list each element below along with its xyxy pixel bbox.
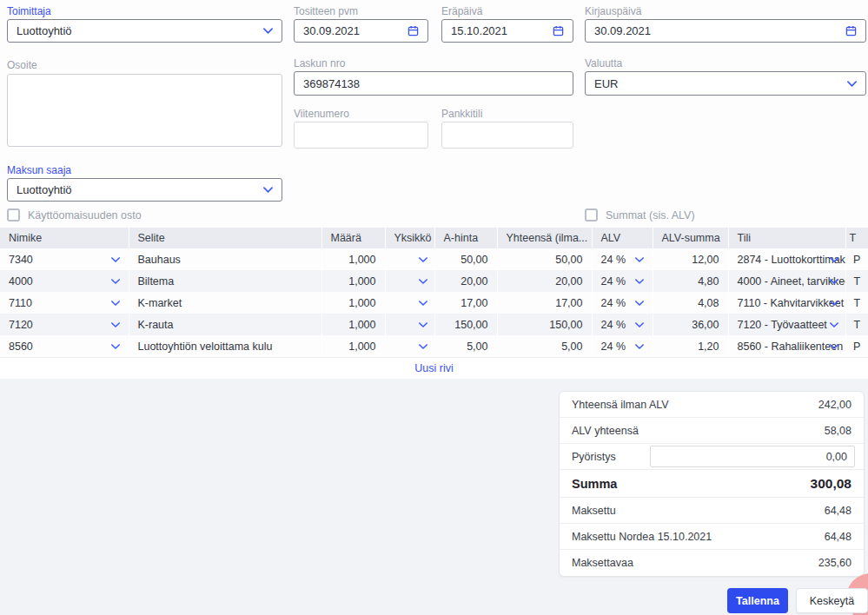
col-header-alv-summa[interactable]: ALV-summa <box>653 228 728 248</box>
cancel-button[interactable]: Keskeytä <box>796 588 868 613</box>
nimike-value: 7340 <box>9 254 33 266</box>
payable-value: 235,60 <box>818 557 851 569</box>
nimike-select[interactable]: 7110 <box>0 292 129 314</box>
alv-select[interactable]: 24 % <box>592 292 653 314</box>
save-button[interactable]: Tallenna <box>727 588 788 613</box>
maara-cell[interactable]: 1,000 <box>321 335 385 357</box>
selite-cell[interactable]: K-market <box>129 292 321 314</box>
rounding-input[interactable] <box>650 446 855 467</box>
col-header-alv[interactable]: ALV <box>592 228 653 248</box>
tili-select[interactable]: 4000 - Aineet, tarvikkeet <box>728 270 845 292</box>
nimike-value: 8560 <box>9 341 33 353</box>
alv-summa-cell[interactable]: 1,20 <box>653 335 728 357</box>
selite-cell[interactable]: Biltema <box>129 270 321 292</box>
yhteensa-cell[interactable]: 50,00 <box>497 248 592 270</box>
col-header-nimike[interactable]: Nimike <box>0 228 129 248</box>
selite-cell[interactable]: Luottoyhtiön veloittama kulu <box>129 335 321 357</box>
maara-cell[interactable]: 1,000 <box>321 292 385 314</box>
a-hinta-cell[interactable]: 5,00 <box>434 335 497 357</box>
document-date-value: 30.09.2021 <box>303 24 401 37</box>
bank-account-input[interactable] <box>451 129 564 142</box>
supplier-select[interactable]: Luottoyhtiö <box>7 19 282 43</box>
nimike-select[interactable]: 4000 <box>0 270 129 292</box>
alv-value: 24 % <box>601 341 626 353</box>
alv-summa-cell[interactable]: 4,80 <box>653 270 728 292</box>
type-cell[interactable]: T <box>845 314 868 335</box>
yhteensa-cell[interactable]: 150,00 <box>497 314 592 335</box>
col-header-t[interactable]: T <box>845 228 868 248</box>
calendar-icon[interactable] <box>407 25 419 36</box>
yhteensa-cell[interactable]: 5,00 <box>497 335 592 357</box>
table-row: 7340 Bauhaus 1,000 50,00 50,00 24 % 12,0… <box>0 248 868 270</box>
tili-select[interactable]: 7110 - Kahvitarvikkeet <box>728 292 845 314</box>
col-header-yksikko[interactable]: Yksikkö <box>385 228 434 248</box>
tili-select[interactable]: 7120 - Työvaatteet <box>728 314 845 335</box>
supplier-label[interactable]: Toimittaja <box>7 5 51 17</box>
fixed-asset-checkbox[interactable] <box>7 208 20 222</box>
alv-select[interactable]: 24 % <box>592 270 653 292</box>
maara-cell[interactable]: 1,000 <box>321 314 385 335</box>
yksikko-select[interactable] <box>385 314 434 335</box>
reference-number-label: Viitenumero <box>294 108 349 120</box>
yksikko-select[interactable] <box>385 270 434 292</box>
rounding-label: Pyöristys <box>572 451 650 463</box>
due-date-input[interactable]: 15.10.2021 <box>441 19 573 43</box>
currency-select[interactable]: EUR <box>585 71 866 96</box>
col-header-yhteensa[interactable]: Yhteensä (ilma... <box>497 228 592 248</box>
type-cell[interactable]: T <box>845 270 868 292</box>
yhteensa-cell[interactable]: 20,00 <box>497 270 592 292</box>
address-textarea[interactable] <box>7 74 282 147</box>
type-cell[interactable]: P <box>845 335 868 357</box>
due-date-value: 15.10.2021 <box>451 24 546 37</box>
invoice-number-input[interactable] <box>303 77 564 90</box>
reference-number-input[interactable] <box>303 129 419 142</box>
invoice-lines-table: Nimike Selite Määrä Yksikkö A-hinta Yhte… <box>0 228 868 357</box>
col-header-maara[interactable]: Määrä <box>321 228 385 248</box>
document-date-input[interactable]: 30.09.2021 <box>294 19 428 43</box>
alv-summa-cell[interactable]: 12,00 <box>653 248 728 270</box>
calendar-icon[interactable] <box>553 25 564 36</box>
alv-select[interactable]: 24 % <box>592 248 653 270</box>
selite-cell[interactable]: K-rauta <box>129 314 321 335</box>
type-cell[interactable]: P <box>845 248 868 270</box>
alv-summa-cell[interactable]: 4,08 <box>653 292 728 314</box>
yksikko-select[interactable] <box>385 335 434 357</box>
due-date-label: Eräpäivä <box>441 5 482 17</box>
yksikko-select[interactable] <box>385 248 434 270</box>
nimike-select[interactable]: 7340 <box>0 248 129 270</box>
yhteensa-cell[interactable]: 17,00 <box>497 292 592 314</box>
sums-incl-vat-checkbox[interactable] <box>585 208 598 222</box>
alv-select[interactable]: 24 % <box>592 335 653 357</box>
selite-cell[interactable]: Bauhaus <box>129 248 321 270</box>
nimike-select[interactable]: 8560 <box>0 335 129 357</box>
address-label: Osoite <box>7 59 37 71</box>
type-cell[interactable]: T <box>845 292 868 314</box>
entry-date-input[interactable]: 30.09.2021 <box>585 19 866 43</box>
col-header-selite[interactable]: Selite <box>129 228 321 248</box>
tili-select[interactable]: 8560 - Rahaliikenteen kul <box>728 335 845 357</box>
table-row: 7110 K-market 1,000 17,00 17,00 24 % 4,0… <box>0 292 868 314</box>
yksikko-select[interactable] <box>385 292 434 314</box>
maara-cell[interactable]: 1,000 <box>321 270 385 292</box>
calendar-icon[interactable] <box>845 25 857 36</box>
total-excl-vat-label: Yhteensä ilman ALV <box>572 399 669 411</box>
maara-cell[interactable]: 1,000 <box>321 248 385 270</box>
sums-incl-vat-checkbox-row: Summat (sis. ALV) <box>585 208 695 222</box>
alv-select[interactable]: 24 % <box>592 314 653 335</box>
col-header-tili[interactable]: Tili <box>728 228 845 248</box>
a-hinta-cell[interactable]: 50,00 <box>434 248 497 270</box>
document-date-label: Tositteen pvm <box>294 5 358 17</box>
table-row: 4000 Biltema 1,000 20,00 20,00 24 % 4,80… <box>0 270 868 292</box>
payee-label[interactable]: Maksun saaja <box>7 164 71 176</box>
payee-select[interactable]: Luottoyhtiö <box>7 178 282 202</box>
nimike-select[interactable]: 7120 <box>0 314 129 335</box>
new-row-link[interactable]: Uusi rivi <box>414 362 453 374</box>
a-hinta-cell[interactable]: 150,00 <box>434 314 497 335</box>
col-header-a-hinta[interactable]: A-hinta <box>434 228 497 248</box>
a-hinta-cell[interactable]: 17,00 <box>434 292 497 314</box>
chevron-down-icon <box>419 344 427 349</box>
a-hinta-cell[interactable]: 20,00 <box>434 270 497 292</box>
alv-summa-cell[interactable]: 36,00 <box>653 314 728 335</box>
tili-select[interactable]: 2874 - Luottokorttimaks <box>728 248 845 270</box>
paid-label: Maksettu <box>572 505 616 517</box>
